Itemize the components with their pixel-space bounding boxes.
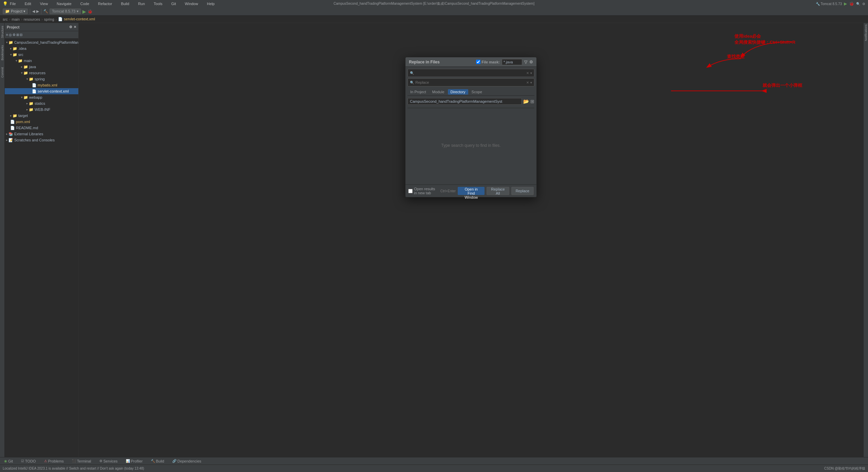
breadcrumb-resources[interactable]: resources bbox=[24, 17, 40, 21]
menu-file[interactable]: File bbox=[8, 2, 18, 6]
footer-left: Open results in new tab Ctrl+Enter bbox=[408, 187, 456, 195]
debug-icon[interactable]: 🐞 bbox=[849, 1, 854, 6]
tree-item-extlibs[interactable]: ▸ 📚 External Libraries bbox=[5, 131, 78, 137]
file-mask-label: File mask: bbox=[481, 60, 500, 64]
run-config-icon[interactable]: Tomcat 8.5.73 ▾ bbox=[50, 8, 81, 14]
filter-icon[interactable]: ▽ bbox=[524, 60, 527, 64]
run-icon[interactable]: ▶ bbox=[844, 1, 847, 6]
tree-item-webapp[interactable]: ▾ 📁 webapp bbox=[5, 94, 78, 100]
tree-extlibs-label: External Libraries bbox=[14, 132, 43, 136]
menu-git[interactable]: Git bbox=[169, 2, 178, 6]
tab-git-label: Git bbox=[8, 459, 13, 463]
tab-directory[interactable]: Directory bbox=[448, 89, 468, 95]
debug-btn[interactable]: 🐞 bbox=[87, 9, 93, 14]
tab-scope[interactable]: Scope bbox=[469, 89, 485, 95]
window-title: CampusSecond_handTradingPlatformManageme… bbox=[334, 1, 534, 6]
structure-tab[interactable]: Structure bbox=[1, 26, 4, 38]
locate-icon[interactable]: ◎ bbox=[9, 33, 12, 37]
tree-item-src[interactable]: ▾ 📁 src bbox=[5, 52, 78, 58]
open-find-window-btn[interactable]: Open in Find Window bbox=[458, 187, 485, 195]
breadcrumb-src[interactable]: src bbox=[3, 17, 8, 21]
breadcrumb-spring[interactable]: spring bbox=[44, 17, 54, 21]
tab-git[interactable]: ◉ Git bbox=[3, 457, 14, 465]
menu-view[interactable]: View bbox=[38, 2, 50, 6]
replace-history-icon[interactable]: ▾ bbox=[530, 81, 532, 84]
tree-target-label: target bbox=[18, 114, 28, 118]
tree-item-servlet[interactable]: 📄 servlet-context.xml bbox=[5, 88, 78, 94]
tree-item-idea[interactable]: ▸ 📁 .idea bbox=[5, 45, 78, 52]
search-input[interactable] bbox=[415, 71, 525, 75]
tree-item-scratches[interactable]: ▸ 📝 Scratches and Consoles bbox=[5, 137, 78, 143]
tree-scratches-label: Scratches and Consoles bbox=[14, 138, 55, 142]
menu-tools[interactable]: Tools bbox=[152, 2, 164, 6]
tab-in-project[interactable]: In Project bbox=[408, 89, 429, 95]
commit-tab[interactable]: Commit bbox=[1, 67, 4, 78]
options-icon[interactable]: ⚙ bbox=[529, 60, 533, 64]
tree-item-resources[interactable]: ▾ 📁 resources bbox=[5, 70, 78, 76]
menu-window[interactable]: Window bbox=[183, 2, 200, 6]
tree-item-java[interactable]: ▸ 📁 java bbox=[5, 64, 78, 70]
tab-module[interactable]: Module bbox=[429, 89, 447, 95]
tab-services[interactable]: ⚙ Services bbox=[98, 457, 119, 465]
file-mask-checkbox-input[interactable] bbox=[476, 60, 480, 64]
tree-item-webinf[interactable]: ▸ 📁 WEB-INF bbox=[5, 106, 78, 113]
status-message: Localized IntelliJ IDEA 2023.1 is availa… bbox=[3, 467, 144, 470]
breadcrumb-file[interactable]: 📄 servlet-context.xml bbox=[58, 17, 95, 21]
menu-navigate[interactable]: Navigate bbox=[55, 2, 73, 6]
tree-item-readme[interactable]: 📄 README.md bbox=[5, 125, 78, 131]
tree-item-spring[interactable]: ▾ 📁 spring bbox=[5, 76, 78, 82]
tree-item-pom[interactable]: 📄 pom.xml bbox=[5, 119, 78, 125]
tab-todo[interactable]: ☑ TODO bbox=[20, 457, 37, 465]
menu-help[interactable]: Help bbox=[205, 2, 217, 6]
tab-terminal[interactable]: ⬛ Terminal bbox=[71, 457, 93, 465]
menu-code[interactable]: Code bbox=[78, 2, 91, 6]
panel-close-icon[interactable]: ✕ bbox=[74, 25, 76, 29]
collapse-icon[interactable]: ⊟ bbox=[20, 33, 22, 37]
file-mask-checkbox[interactable]: File mask: bbox=[476, 60, 500, 64]
navigate-forward-icon[interactable]: ▶ bbox=[36, 9, 39, 14]
breadcrumb-main[interactable]: main bbox=[12, 17, 20, 21]
search-icon[interactable]: 🔍 bbox=[856, 2, 860, 6]
menu-refactor[interactable]: Refactor bbox=[96, 2, 114, 6]
search-history-icon[interactable]: ▾ bbox=[530, 71, 532, 75]
expand-icon[interactable]: ⊞ bbox=[16, 33, 19, 37]
open-results-label: Open results in new tab bbox=[414, 187, 439, 195]
bookmarks-tab[interactable]: Bookmarks bbox=[1, 45, 4, 60]
collapse-all-icon[interactable]: ≡ bbox=[6, 33, 8, 37]
title-bar: 💡 File Edit View Navigate Code Refactor … bbox=[0, 0, 868, 7]
replace-all-btn[interactable]: Replace All bbox=[487, 187, 509, 195]
run-btn[interactable]: ▶ bbox=[82, 9, 86, 14]
scope-expand-icon[interactable]: ⊞ bbox=[530, 99, 534, 104]
settings-icon[interactable]: ⚙ bbox=[862, 2, 865, 6]
scope-directory-input[interactable] bbox=[408, 98, 522, 105]
project-selector[interactable]: 📁 Project ▾ bbox=[3, 8, 28, 14]
clear-search-icon[interactable]: ✕ bbox=[526, 71, 529, 75]
tab-build[interactable]: 🔨 Build bbox=[150, 457, 165, 465]
dialog-title-label: Replace in Files bbox=[409, 60, 440, 64]
tree-item-root[interactable]: ▾ 📁 CampusSecond_handTradingPlatformMana… bbox=[5, 39, 78, 45]
panel-gear-icon[interactable]: ⚙ bbox=[69, 25, 72, 29]
open-results-checkbox[interactable] bbox=[408, 189, 413, 193]
build-icon[interactable]: 🔨 bbox=[43, 9, 48, 14]
menu-edit[interactable]: Edit bbox=[23, 2, 33, 6]
panel-header: Project ⚙ ✕ bbox=[5, 23, 78, 31]
menu-build[interactable]: Build bbox=[119, 2, 131, 6]
right-sidebar-icon1[interactable]: Notifications bbox=[864, 24, 868, 41]
replace-input[interactable] bbox=[415, 80, 525, 84]
tab-dependencies[interactable]: 🔗 Dependencies bbox=[171, 457, 202, 465]
replace-btn[interactable]: Replace bbox=[511, 187, 534, 195]
tree-item-target[interactable]: ▸ 📁 target bbox=[5, 113, 78, 119]
tab-profiler[interactable]: 📊 Profiler bbox=[124, 457, 144, 465]
tree-item-mybatis[interactable]: 📄 mybatis.xml bbox=[5, 82, 78, 88]
navigate-back-icon[interactable]: ◀ bbox=[32, 9, 35, 14]
settings-icon-panel[interactable]: ⚙ bbox=[13, 33, 16, 37]
file-mask-input[interactable] bbox=[502, 59, 522, 65]
tree-item-main[interactable]: ▾ 📁 main bbox=[5, 58, 78, 64]
tab-dependencies-label: Dependencies bbox=[177, 459, 201, 463]
tree-item-statics[interactable]: ▸ 📁 statics bbox=[5, 100, 78, 106]
tab-problems[interactable]: ⚠ Problems bbox=[43, 457, 65, 465]
scope-browse-icon[interactable]: 📂 bbox=[523, 99, 529, 104]
editor-area: Replace in Files File mask: ▽ ⚙ bbox=[79, 23, 863, 457]
clear-replace-icon[interactable]: ✕ bbox=[526, 81, 529, 84]
menu-run[interactable]: Run bbox=[136, 2, 147, 6]
